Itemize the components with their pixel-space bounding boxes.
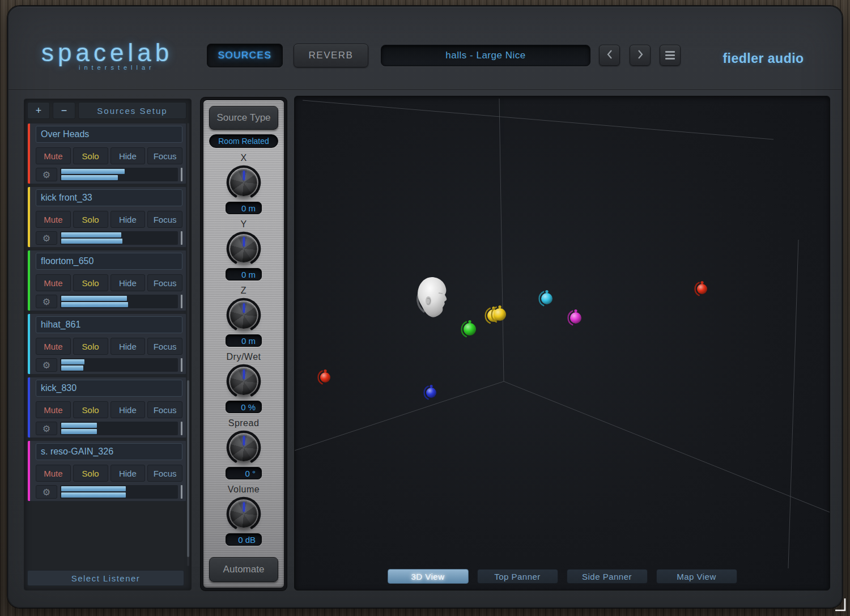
remove-source-button[interactable]: − [53, 102, 75, 119]
knob-label: Z [241, 286, 246, 296]
source-sphere-1[interactable] [422, 383, 441, 402]
source-name-field[interactable]: hihat_861 [36, 316, 182, 333]
source-settings-button[interactable]: ⚙ [36, 358, 57, 372]
level-slider[interactable] [60, 231, 178, 245]
room-related-display[interactable]: Room Related [209, 134, 278, 148]
hide-button[interactable]: Hide [110, 465, 146, 482]
menu-button[interactable] [660, 45, 681, 66]
source-name-field[interactable]: kick front_33 [36, 189, 182, 206]
level-slider[interactable] [60, 358, 178, 372]
solo-button[interactable]: Solo [73, 338, 108, 355]
mute-button[interactable]: Mute [36, 147, 71, 164]
source-name-field[interactable]: kick_830 [36, 380, 182, 397]
focus-button[interactable]: Focus [147, 465, 182, 482]
z-knob[interactable] [226, 297, 262, 333]
meter-unity-mark [181, 295, 182, 308]
source-name-field[interactable]: s. reso-GAIN_326 [36, 443, 182, 460]
knob-value-display[interactable]: 0 m [226, 202, 262, 214]
tab-reverb[interactable]: REVERB [294, 44, 368, 67]
view-tab-3d[interactable]: 3D View [388, 569, 469, 584]
hide-button[interactable]: Hide [110, 274, 146, 291]
source-name-field[interactable]: floortom_650 [36, 253, 182, 270]
focus-button[interactable]: Focus [147, 274, 182, 291]
focus-button[interactable]: Focus [147, 401, 182, 418]
mute-button[interactable]: Mute [36, 274, 71, 291]
automate-button[interactable]: Automate [209, 557, 278, 582]
solo-button[interactable]: Solo [73, 147, 108, 164]
mute-button[interactable]: Mute [36, 338, 71, 355]
source-sphere-2[interactable] [459, 318, 481, 340]
mute-button[interactable]: Mute [36, 465, 71, 482]
view-tab-top-panner[interactable]: Top Panner [477, 569, 558, 584]
preset-previous-button[interactable] [599, 45, 620, 66]
knob-group-volume: Volume 0 dB [226, 485, 262, 546]
source-sphere-4[interactable] [489, 304, 511, 325]
y-knob[interactable] [226, 231, 262, 267]
add-source-button[interactable]: + [27, 102, 50, 119]
knob-value-display[interactable]: 0 m [226, 334, 262, 347]
view-tab-map[interactable]: Map View [656, 569, 737, 584]
meter-bar-right [61, 366, 83, 371]
x-knob[interactable] [226, 164, 262, 201]
source-card: floortom_650 Mute Solo Hide Focus ⚙ [27, 250, 186, 311]
3d-viewport[interactable]: 3D View Top Panner Side Panner Map View [294, 96, 830, 590]
hide-button[interactable]: Hide [110, 211, 146, 228]
volume-knob[interactable] [226, 496, 262, 532]
meter-bar-left [61, 232, 121, 237]
source-settings-button[interactable]: ⚙ [36, 168, 57, 181]
mute-button[interactable]: Mute [36, 211, 71, 228]
source-sphere-5[interactable] [537, 288, 557, 309]
drywet-knob[interactable] [226, 363, 262, 400]
knob-value-display[interactable]: 0 % [226, 401, 262, 413]
focus-button[interactable]: Focus [147, 147, 182, 164]
resize-handle-icon[interactable] [830, 596, 847, 611]
hide-button[interactable]: Hide [110, 401, 146, 418]
solo-button[interactable]: Solo [73, 274, 108, 291]
scrollbar-thumb[interactable] [187, 380, 189, 558]
source-name-field[interactable]: Over Heads [36, 126, 182, 143]
focus-button[interactable]: Focus [147, 338, 182, 355]
knob-pointer [230, 169, 257, 196]
source-sphere-7[interactable] [692, 279, 712, 299]
source-color-stripe [28, 250, 30, 311]
source-type-button[interactable]: Source Type [209, 106, 278, 130]
view-tab-bar: 3D View Top Panner Side Panner Map View [295, 569, 830, 584]
source-settings-button[interactable]: ⚙ [36, 422, 57, 435]
solo-button[interactable]: Solo [73, 465, 108, 482]
level-slider[interactable] [60, 422, 178, 435]
meter-bar-left [61, 296, 127, 301]
source-settings-button[interactable]: ⚙ [36, 295, 57, 308]
mute-button[interactable]: Mute [36, 401, 71, 418]
source-settings-button[interactable]: ⚙ [36, 485, 57, 499]
preset-selector[interactable]: halls - Large Nice [381, 45, 590, 66]
source-sphere-6[interactable] [566, 308, 586, 328]
select-listener-button[interactable]: Select Listener [27, 570, 184, 586]
eye-detail [439, 293, 443, 294]
hide-button[interactable]: Hide [110, 338, 146, 355]
sources-header: + − Sources Setup [27, 102, 186, 119]
listener-head[interactable] [416, 277, 449, 322]
focus-button[interactable]: Focus [147, 211, 182, 228]
solo-button[interactable]: Solo [73, 211, 108, 228]
meter-bar-right [61, 429, 97, 434]
spread-knob[interactable] [226, 430, 262, 466]
knob-value-display[interactable]: 0 m [226, 268, 262, 281]
hide-button[interactable]: Hide [110, 147, 146, 164]
knob-value-display[interactable]: 0 dB [226, 533, 262, 546]
tab-sources[interactable]: SOURCES [207, 44, 283, 67]
sources-scrollbar[interactable] [187, 123, 189, 566]
level-slider[interactable] [60, 485, 178, 499]
chevron-right-icon [636, 49, 644, 62]
chevron-left-icon [606, 49, 614, 62]
source-sphere-0[interactable] [316, 368, 335, 387]
meter-bar-right [61, 302, 128, 307]
knob-value-display[interactable]: 0 ° [226, 467, 262, 479]
view-tab-side-panner[interactable]: Side Panner [567, 569, 648, 584]
source-settings-button[interactable]: ⚙ [36, 231, 57, 245]
hamburger-icon [665, 51, 675, 60]
level-slider[interactable] [60, 295, 178, 308]
level-slider[interactable] [60, 168, 178, 181]
sources-panel: + − Sources Setup Over Heads Mute Solo H… [24, 99, 192, 590]
solo-button[interactable]: Solo [73, 401, 108, 418]
preset-next-button[interactable] [630, 45, 651, 66]
